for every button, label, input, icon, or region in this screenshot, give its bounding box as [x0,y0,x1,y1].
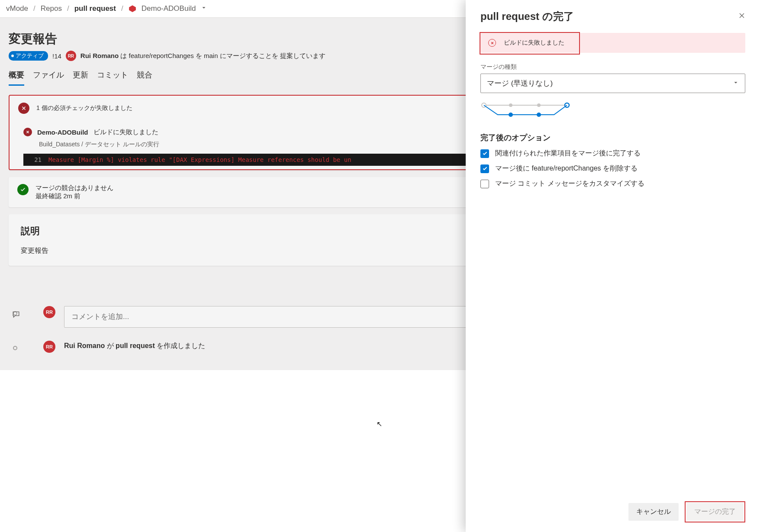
build-step: データセット ルールの実行 [85,141,159,148]
svg-point-2 [509,103,512,107]
avatar[interactable]: RR [66,51,76,61]
repo-icon [129,5,136,13]
breadcrumb-project[interactable]: Demo-ADOBuild [142,4,196,13]
complete-merge-button[interactable]: マージの完了 [686,503,744,521]
merge-graph-diagram [480,102,745,120]
svg-point-3 [537,103,541,107]
breadcrumb-separator: / [33,4,35,13]
merge-ok-subtitle: 最終確認 2m 前 [35,192,113,200]
chevron-down-icon [733,79,739,88]
target-branch[interactable]: main [204,52,218,59]
post-complete-heading: 完了後のオプション [480,132,745,143]
tab-overview[interactable]: 概要 [9,68,24,86]
status-badge: アクティブ [9,51,48,61]
build-name: Demo-ADOBuild [37,129,88,136]
alert-text: ビルドに失敗しました [504,39,564,47]
build-status: ビルドに失敗しました [93,128,158,136]
avatar: RR [43,306,55,318]
merge-type-value: マージ (早送りなし) [487,78,553,88]
history-entry: Rui Romano が pull request を作成しました [64,341,205,351]
error-icon [488,39,496,47]
complete-merge-highlight: マージの完了 [685,501,745,522]
log-message: Measure [Margin %] violates rule "[DAX E… [48,156,351,163]
option-customize-message[interactable]: マージ コミット メッセージをカスタマイズする [480,179,745,188]
checkbox-unchecked-icon [480,180,489,188]
breadcrumb-item-current[interactable]: pull request [74,4,116,13]
tab-commits[interactable]: コミット [97,68,128,86]
error-icon [23,128,32,136]
build-failed-alert: ビルドに失敗しました [480,33,745,53]
comment-icon [13,311,17,316]
breadcrumb-separator: / [67,4,69,13]
option-delete-branch[interactable]: マージ後に feature/reportChanges を削除する [480,164,745,173]
breadcrumb-item[interactable]: vMode [6,4,28,13]
checkbox-checked-icon [480,164,489,173]
svg-point-6 [537,113,541,117]
error-icon [18,103,29,114]
breadcrumb-item[interactable]: Repos [41,4,62,13]
merge-type-label: マージの種類 [480,63,745,71]
tab-conflicts[interactable]: 競合 [137,68,152,86]
svg-point-5 [509,113,513,117]
chevron-down-icon[interactable] [201,4,207,13]
option-complete-workitems[interactable]: 関連付けられた作業項目をマージ後に完了する [480,149,745,158]
merge-ok-title: マージの競合はありません [35,184,113,192]
cancel-button[interactable]: キャンセル [628,503,679,521]
panel-title: pull request の完了 [480,10,574,23]
tab-updates[interactable]: 更新 [73,68,88,86]
build-stage: Build_Datasets [39,141,80,148]
tab-files[interactable]: ファイル [33,68,64,86]
complete-pr-panel: pull request の完了 ビルドに失敗しました マージの種類 マージ (… [466,0,760,532]
merge-type-select[interactable]: マージ (早送りなし) [480,74,745,93]
close-icon[interactable] [738,12,745,21]
check-summary: 1 個の必須チェックが失敗しました [36,104,132,112]
timeline-dot [13,346,17,350]
source-branch[interactable]: feature/reportChanges [129,52,194,59]
pr-number[interactable]: !14 [52,52,61,60]
author-name: Rui Romano [81,52,119,59]
cursor-icon: ↖ [377,420,382,428]
log-line-number: 21 [29,156,42,163]
success-icon [17,184,29,195]
breadcrumb-separator: / [121,4,123,13]
avatar: RR [43,341,55,353]
checkbox-checked-icon [480,149,489,158]
